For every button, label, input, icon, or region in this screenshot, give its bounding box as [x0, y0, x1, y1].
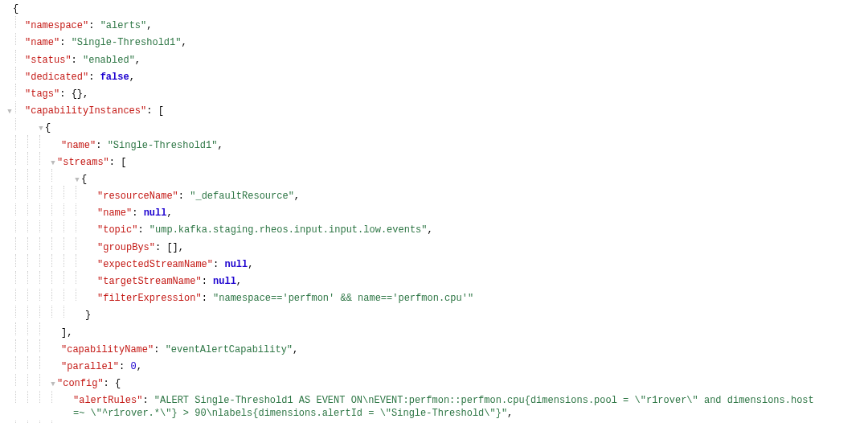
json-line: "name": null, — [6, 203, 862, 220]
json-number: 0 — [130, 361, 136, 372]
json-string: "alerts" — [100, 20, 147, 31]
json-line: "topic": "ump.kafka.rheos.alert-notifica… — [6, 421, 862, 424]
json-key: "alertRules" — [73, 395, 142, 406]
json-line: "groupBys": [], — [6, 237, 862, 254]
json-key: "capabilityName" — [61, 344, 154, 355]
json-key: "streams" — [57, 157, 109, 168]
json-string: "Single-Threshold1" — [108, 140, 218, 151]
fold-gutter[interactable]: ▼ — [6, 108, 13, 117]
json-key: "name" — [61, 140, 96, 151]
json-line: ▼ "config": { — [6, 374, 862, 391]
chevron-down-icon[interactable]: ▼ — [37, 125, 45, 134]
json-string: "ump.kafka.staging.rheos.input.input.low… — [149, 224, 428, 236]
json-line: "dedicated": false, — [6, 67, 862, 84]
json-string: "eventAlertCapability" — [166, 344, 293, 355]
json-empty-array: [] — [166, 242, 178, 253]
json-key: "dedicated" — [25, 72, 88, 83]
chevron-down-icon[interactable]: ▼ — [6, 108, 13, 117]
json-line: "alertRules": "ALERT Single-Threshold1 A… — [6, 391, 862, 421]
chevron-down-icon[interactable]: ▼ — [49, 380, 57, 390]
json-null: null — [144, 207, 167, 219]
json-key: "name" — [97, 207, 132, 219]
json-string: "namespace=='perfmon' && name=='perfmon.… — [213, 293, 473, 304]
json-line: ], — [6, 322, 862, 339]
json-line: { — [6, 3, 862, 16]
json-string: "ALERT Single-Threshold1 AS EVENT ON\nEV… — [73, 395, 814, 419]
json-line: } — [6, 306, 862, 322]
json-line: "tags": {}, — [6, 84, 862, 101]
json-string: "Single-Threshold1" — [72, 37, 182, 48]
json-line: "namespace": "alerts", — [6, 16, 862, 33]
json-key: "groupBys" — [97, 242, 155, 253]
json-line: "targetStreamName": null, — [6, 271, 862, 288]
json-line: ▼ "capabilityInstances": [ — [6, 101, 862, 118]
json-line: ▼ "streams": [ — [6, 152, 862, 169]
json-key: "name" — [25, 37, 59, 48]
json-key: "status" — [25, 55, 72, 66]
json-bool: false — [100, 72, 129, 83]
json-line: "name": "Single-Threshold1", — [6, 33, 862, 50]
json-line: "capabilityName": "eventAlertCapability"… — [6, 339, 862, 356]
json-key: "tags" — [25, 88, 59, 100]
chevron-down-icon[interactable]: ▼ — [73, 176, 81, 186]
chevron-down-icon[interactable]: ▼ — [49, 159, 57, 169]
json-line: "resourceName": "_defaultResource", — [6, 186, 862, 203]
json-key: "capabilityInstances" — [25, 105, 146, 117]
json-line: "parallel": 0, — [6, 356, 862, 373]
json-line: "filterExpression": "namespace=='perfmon… — [6, 289, 862, 306]
json-null: null — [213, 276, 236, 287]
json-line: ▼ { — [6, 118, 862, 135]
json-key: "namespace" — [25, 20, 88, 31]
json-key: "parallel" — [61, 361, 119, 372]
json-string: "enabled" — [83, 55, 135, 66]
json-string: "_defaultResource" — [190, 191, 294, 202]
json-line: "name": "Single-Threshold1", — [6, 135, 862, 152]
json-line: ▼ { — [6, 169, 862, 186]
json-key: "resourceName" — [97, 191, 178, 202]
json-key: "filterExpression" — [97, 293, 202, 304]
json-key: "targetStreamName" — [97, 276, 202, 287]
json-key: "topic" — [97, 224, 137, 236]
json-line: "status": "enabled", — [6, 50, 862, 67]
json-line: "topic": "ump.kafka.staging.rheos.input.… — [6, 220, 862, 237]
json-empty-object: {} — [72, 88, 83, 100]
json-key: "expectedStreamName" — [97, 259, 213, 270]
json-key: "config" — [57, 378, 104, 389]
json-line: "expectedStreamName": null, — [6, 254, 862, 271]
json-null: null — [224, 259, 248, 270]
